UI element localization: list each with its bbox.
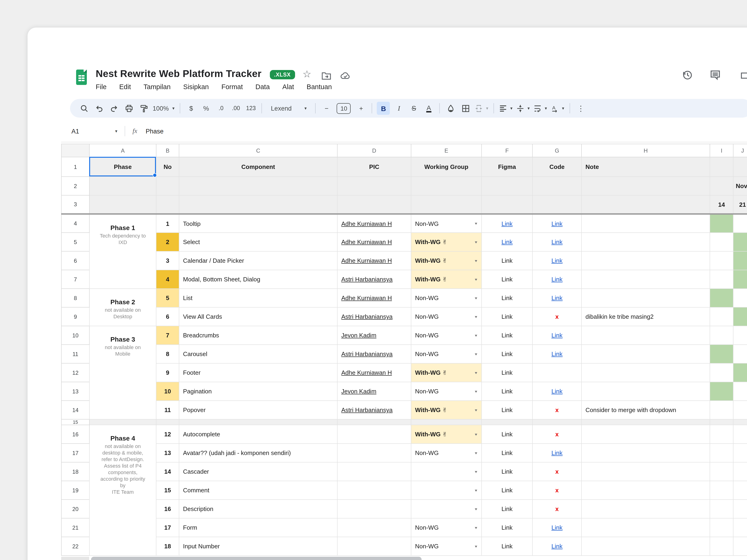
- status-cell[interactable]: [733, 363, 747, 382]
- decrease-font-size-button[interactable]: −: [320, 102, 333, 115]
- horizontal-scrollbar[interactable]: [91, 557, 421, 560]
- redo-icon[interactable]: [108, 102, 120, 115]
- dropdown-arrow-icon[interactable]: ▼: [474, 296, 478, 300]
- no-cell[interactable]: 11: [156, 401, 179, 419]
- cell[interactable]: [710, 419, 733, 425]
- figma-link-cell[interactable]: Link: [482, 462, 533, 481]
- note-cell[interactable]: dibalikin ke tribe masing2: [582, 307, 710, 326]
- row-header[interactable]: 8: [61, 289, 89, 307]
- pic-cell[interactable]: [337, 518, 411, 537]
- working-group-cell[interactable]: With-WG ✌▼: [411, 251, 482, 270]
- figma-link-cell[interactable]: Link: [482, 289, 533, 307]
- more-formats-button[interactable]: 123: [245, 102, 257, 115]
- figma-link-cell[interactable]: Link: [482, 307, 533, 326]
- col-header-f[interactable]: F: [482, 144, 533, 157]
- status-cell[interactable]: [733, 251, 747, 270]
- row-header[interactable]: 9: [61, 307, 89, 326]
- code-link-cell[interactable]: x: [533, 462, 582, 481]
- status-cell[interactable]: [733, 500, 747, 518]
- status-cell[interactable]: [710, 444, 733, 462]
- row-header[interactable]: 5: [61, 233, 89, 251]
- figma-link-cell[interactable]: Link: [482, 481, 533, 500]
- note-cell[interactable]: [582, 326, 710, 345]
- dropdown-arrow-icon[interactable]: ▼: [474, 526, 478, 529]
- meet-icon[interactable]: [740, 71, 747, 82]
- version-history-icon[interactable]: [681, 69, 693, 83]
- cell[interactable]: [582, 177, 710, 195]
- cell[interactable]: [582, 419, 710, 425]
- move-folder-icon[interactable]: [321, 71, 332, 82]
- no-cell[interactable]: 3: [156, 251, 179, 270]
- text-wrap-icon[interactable]: ▼: [533, 102, 548, 115]
- working-group-cell[interactable]: With-WG ✌▼: [411, 401, 482, 419]
- figma-link-cell[interactable]: Link: [482, 444, 533, 462]
- status-cell[interactable]: [710, 382, 733, 401]
- component-cell[interactable]: Select: [179, 233, 337, 251]
- working-group-cell[interactable]: Non-WG▼: [411, 345, 482, 363]
- code-link-cell[interactable]: [533, 363, 582, 382]
- code-link-cell[interactable]: Link: [533, 233, 582, 251]
- working-group-cell[interactable]: Non-WG▼: [411, 214, 482, 233]
- col-header-a[interactable]: A: [89, 144, 156, 157]
- row-header[interactable]: 3: [61, 195, 89, 214]
- figma-link-cell[interactable]: Link: [482, 500, 533, 518]
- working-group-cell[interactable]: With-WG ✌▼: [411, 270, 482, 289]
- pic-cell[interactable]: [337, 444, 411, 462]
- no-cell[interactable]: 2: [156, 233, 179, 251]
- cell[interactable]: [89, 195, 156, 214]
- menu-alat[interactable]: Alat: [282, 83, 294, 90]
- figma-link-cell[interactable]: Link: [482, 382, 533, 401]
- component-cell[interactable]: Calendar / Date Picker: [179, 251, 337, 270]
- figma-link-cell[interactable]: Link: [482, 518, 533, 537]
- undo-icon[interactable]: [93, 102, 105, 115]
- pic-cell[interactable]: Astri Harbaniansya: [337, 401, 411, 419]
- code-link-cell[interactable]: Link: [533, 326, 582, 345]
- row-header[interactable]: 17: [61, 444, 89, 462]
- row-header[interactable]: 18: [61, 462, 89, 481]
- working-group-cell[interactable]: Non-WG▼: [411, 382, 482, 401]
- status-cell[interactable]: [733, 345, 747, 363]
- component-cell[interactable]: Carousel: [179, 345, 337, 363]
- search-icon[interactable]: [78, 102, 90, 115]
- note-cell[interactable]: Consider to merge with dropdown: [582, 401, 710, 419]
- no-cell[interactable]: 7: [156, 326, 179, 345]
- cell[interactable]: [156, 195, 179, 214]
- no-cell[interactable]: 17: [156, 518, 179, 537]
- pic-cell[interactable]: Adhe Kurniawan H: [337, 363, 411, 382]
- component-cell[interactable]: Form: [179, 518, 337, 537]
- font-family-select[interactable]: Lexend: [267, 102, 296, 115]
- dropdown-arrow-icon[interactable]: ▼: [474, 222, 478, 225]
- col-header-j[interactable]: J: [733, 144, 747, 157]
- text-rotation-icon[interactable]: A ▼: [550, 102, 565, 115]
- status-cell[interactable]: [733, 214, 747, 233]
- no-cell[interactable]: 16: [156, 500, 179, 518]
- menu-bantuan[interactable]: Bantuan: [307, 83, 332, 90]
- select-all-corner[interactable]: [61, 144, 89, 157]
- col-header-b[interactable]: B: [156, 144, 179, 157]
- no-cell[interactable]: 8: [156, 345, 179, 363]
- pic-cell[interactable]: [337, 425, 411, 444]
- note-cell[interactable]: [582, 425, 710, 444]
- dropdown-arrow-icon[interactable]: ▼: [474, 390, 478, 393]
- cell[interactable]: [533, 177, 582, 195]
- row-header[interactable]: 15: [61, 419, 89, 425]
- pic-cell[interactable]: Astri Harbaniansya: [337, 270, 411, 289]
- pic-cell[interactable]: Astri Harbaniansya: [337, 345, 411, 363]
- no-cell[interactable]: 4: [156, 270, 179, 289]
- date-cell[interactable]: 14: [710, 195, 733, 214]
- status-cell[interactable]: [710, 481, 733, 500]
- dropdown-arrow-icon[interactable]: ▼: [474, 334, 478, 337]
- working-group-cell[interactable]: With-WG ✌▼: [411, 425, 482, 444]
- status-cell[interactable]: [710, 500, 733, 518]
- code-link-cell[interactable]: x: [533, 500, 582, 518]
- status-cell[interactable]: [733, 444, 747, 462]
- header-no[interactable]: No: [156, 157, 179, 177]
- status-cell[interactable]: [710, 462, 733, 481]
- cell[interactable]: [411, 195, 482, 214]
- no-cell[interactable]: 9: [156, 363, 179, 382]
- cell[interactable]: [411, 419, 482, 425]
- merge-cells-icon[interactable]: ▼: [474, 102, 489, 115]
- component-cell[interactable]: Footer: [179, 363, 337, 382]
- figma-link-cell[interactable]: Link: [482, 251, 533, 270]
- italic-button[interactable]: I: [393, 102, 405, 115]
